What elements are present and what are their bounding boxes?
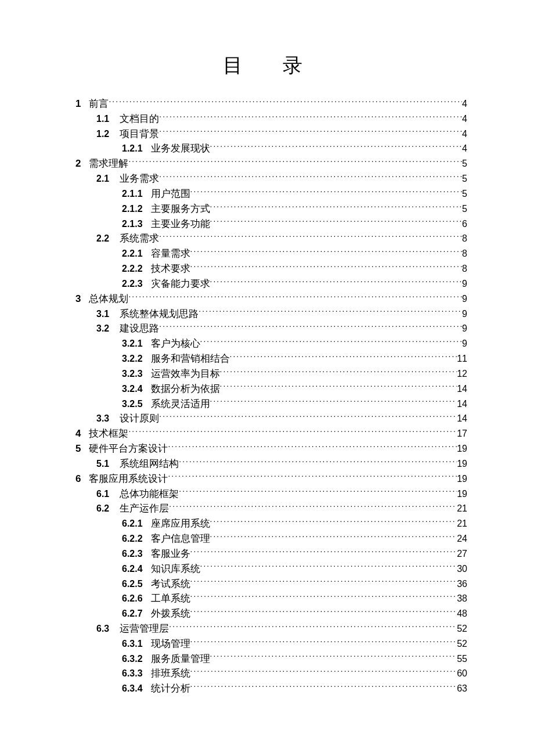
toc-leader-dots	[210, 397, 457, 407]
toc-entry-page: 60	[457, 667, 467, 681]
toc-entry[interactable]: 2.2系统需求8	[75, 231, 467, 246]
toc-entry-page: 9	[462, 292, 467, 306]
toc-entry[interactable]: 6.3.2服务质量管理55	[75, 651, 467, 667]
toc-entry-number: 2.1	[96, 172, 109, 186]
toc-entry-page: 36	[457, 577, 467, 591]
toc-entry[interactable]: 6.2.1座席应用系统21	[75, 516, 467, 531]
toc-entry-number: 4	[75, 426, 81, 441]
toc-entry[interactable]: 3.2.2服务和营销相结合11	[75, 351, 467, 366]
toc-entry-page: 52	[457, 622, 467, 636]
toc-entry[interactable]: 1.2项目背景4	[75, 127, 467, 142]
toc-entry-number: 2.2	[96, 232, 109, 246]
toc-entry-label: 座席应用系统	[151, 516, 210, 531]
toc-entry-label: 排班系统	[151, 666, 190, 681]
toc-entry-label: 技术框架	[89, 426, 128, 441]
toc-entry[interactable]: 4技术框架17	[75, 426, 467, 441]
toc-entry[interactable]: 1前言4	[75, 96, 467, 111]
toc-entry-number: 6.3.3	[122, 667, 143, 681]
toc-entry-number: 6	[75, 471, 81, 487]
toc-entry-label: 硬件平台方案设计	[89, 441, 168, 456]
toc-entry[interactable]: 6.2.4知识库系统30	[75, 561, 467, 577]
toc-entry[interactable]: 6.3.1现场管理52	[75, 636, 467, 651]
toc-entry-page: 5	[462, 202, 467, 216]
toc-entry[interactable]: 2需求理解5	[75, 156, 467, 171]
toc-entry[interactable]: 3.2.5系统灵活适用14	[75, 397, 467, 412]
toc-entry-number: 2.2.1	[122, 247, 143, 261]
toc-entry[interactable]: 5硬件平台方案设计19	[75, 441, 467, 456]
toc-entry-label: 客服业务	[151, 546, 190, 561]
toc-entry[interactable]: 1.2.1业务发展现状4	[75, 141, 467, 156]
toc-entry-label: 系统需求	[120, 231, 159, 246]
toc-entry-number: 6.3.4	[122, 682, 143, 696]
toc-entry[interactable]: 2.1.1用户范围5	[75, 186, 467, 201]
toc-entry-number: 6.2	[96, 502, 109, 516]
toc-entry-label: 总体规划	[89, 291, 128, 307]
toc-entry[interactable]: 6.2.6工单系统38	[75, 591, 467, 606]
toc-entry-number: 6.2.6	[122, 592, 143, 606]
toc-entry[interactable]: 2.1业务需求5	[75, 171, 467, 186]
toc-entry[interactable]: 3.1系统整体规划思路9	[75, 307, 467, 322]
toc-leader-dots	[220, 367, 457, 377]
toc-entry[interactable]: 5.1系统组网结构19	[75, 456, 467, 471]
toc-entry-number: 3.2.1	[122, 337, 143, 351]
toc-entry[interactable]: 1.1文档目的4	[75, 111, 467, 127]
toc-entry-number: 2.1.1	[122, 187, 143, 201]
toc-entry[interactable]: 2.2.3灾备能力要求9	[75, 276, 467, 291]
toc-leader-dots	[210, 202, 463, 212]
toc-entry-page: 9	[462, 337, 467, 351]
toc-leader-dots	[190, 682, 457, 692]
toc-leader-dots	[179, 487, 457, 497]
toc-leader-dots	[190, 667, 457, 676]
toc-entry-label: 主要服务方式	[151, 201, 210, 217]
toc-entry[interactable]: 2.1.3主要业务功能6	[75, 217, 467, 232]
toc-entry-label: 工单系统	[151, 591, 190, 606]
toc-entry-number: 3.3	[96, 412, 109, 426]
toc-entry-number: 3.2.4	[122, 382, 143, 396]
toc-entry-page: 52	[457, 637, 467, 651]
toc-entry-page: 19	[457, 457, 467, 471]
toc-entry-page: 5	[462, 172, 467, 186]
toc-leader-dots	[159, 172, 462, 182]
toc-entry[interactable]: 6.3.4统计分析63	[75, 681, 467, 696]
toc-entry[interactable]: 3.2.1客户为核心9	[75, 336, 467, 351]
toc-entry-number: 6.2.5	[122, 577, 143, 591]
toc-entry-label: 前言	[89, 96, 109, 111]
toc-entry[interactable]: 6.2生产运作层21	[75, 501, 467, 516]
toc-entry[interactable]: 3.2.4数据分析为依据14	[75, 381, 467, 397]
toc-entry[interactable]: 3.2建设思路9	[75, 321, 467, 336]
toc-entry[interactable]: 3总体规划9	[75, 291, 467, 307]
toc-entry-label: 业务发展现状	[151, 141, 210, 156]
toc-entry[interactable]: 3.2.3运营效率为目标12	[75, 366, 467, 381]
toc-entry-page: 19	[457, 487, 467, 501]
toc-leader-dots	[159, 412, 457, 422]
toc-entry-label: 设计原则	[120, 411, 159, 426]
toc-entry-number: 2.2.3	[122, 277, 143, 291]
toc-entry[interactable]: 2.2.2技术要求8	[75, 261, 467, 276]
toc-entry-label: 客户为核心	[151, 336, 200, 351]
toc-leader-dots	[159, 112, 462, 122]
toc-entry-page: 4	[462, 127, 467, 141]
toc-entry[interactable]: 2.2.1容量需求8	[75, 246, 467, 261]
toc-entry[interactable]: 2.1.2主要服务方式5	[75, 201, 467, 217]
toc-entry-label: 系统整体规划思路	[120, 307, 199, 322]
toc-entry-page: 9	[462, 307, 467, 321]
toc-entry-page: 24	[457, 532, 467, 546]
toc-entry[interactable]: 6客服应用系统设计19	[75, 471, 467, 487]
toc-entry-page: 21	[457, 502, 467, 516]
toc-entry[interactable]: 6.1总体功能框架19	[75, 487, 467, 502]
toc-entry[interactable]: 6.3运营管理层52	[75, 621, 467, 636]
toc-leader-dots	[190, 547, 457, 557]
toc-leader-dots	[190, 262, 463, 272]
toc-entry[interactable]: 6.2.2客户信息管理24	[75, 531, 467, 546]
toc-entry-number: 6.1	[96, 487, 109, 501]
toc-entry[interactable]: 6.2.3客服业务27	[75, 546, 467, 561]
toc-entry[interactable]: 3.3设计原则14	[75, 411, 467, 426]
toc-entry-label: 外拨系统	[151, 606, 190, 621]
toc-leader-dots	[128, 292, 462, 302]
toc-entry-number: 6.2.3	[122, 547, 143, 561]
toc-leader-dots	[168, 442, 457, 452]
toc-entry[interactable]: 6.3.3排班系统60	[75, 666, 467, 681]
toc-entry[interactable]: 6.2.7外拨系统48	[75, 606, 467, 621]
toc-entry-label: 灾备能力要求	[151, 276, 210, 291]
toc-entry[interactable]: 6.2.5考试系统36	[75, 577, 467, 592]
